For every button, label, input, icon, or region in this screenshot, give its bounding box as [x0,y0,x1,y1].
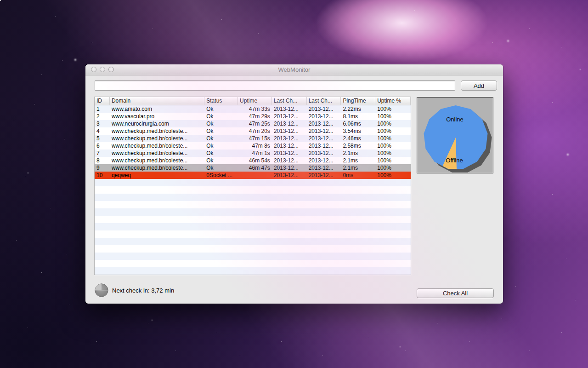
table-cell-last_check: 2013-12... [272,142,307,150]
minimize-button[interactable] [100,67,105,72]
table-cell-id: 3 [95,120,110,127]
table-cell-id [95,201,110,208]
table-cell-id: 4 [95,127,110,135]
bright-stars [0,0,1,1]
table-cell-id: 9 [95,164,110,172]
table-cell-ping: 6.06ms [341,120,375,127]
table-cell-status [204,179,238,186]
table-row[interactable] [95,194,411,201]
table-cell-domain: www.checkup.med.br/coleste... [110,164,204,172]
table-row[interactable] [95,201,411,208]
table-row[interactable] [95,267,411,275]
table-cell-uptime: 47m 20s [238,127,272,135]
stars [0,0,0,0]
column-header-uptime_pct[interactable]: Uptime % [375,97,411,105]
table-cell-domain [110,194,204,201]
table-cell-last_change [307,179,341,186]
table-cell-ping [341,208,375,216]
url-input[interactable] [95,80,455,91]
uptime-pie-chart: Online Offline [417,98,493,173]
table-row[interactable] [95,238,411,245]
table-cell-uptime_pct [375,223,411,230]
table-row[interactable]: 6www.checkup.med.br/coleste...Ok47m 8s20… [95,142,411,150]
table-row[interactable] [95,223,411,230]
table-cell-uptime: 46m 54s [238,157,272,164]
pie-slice-offline[interactable] [443,138,457,169]
table-cell-ping [341,245,375,253]
table-cell-last_check [272,208,307,216]
table-row[interactable]: 4www.checkup.med.br/coleste...Ok47m 20s2… [95,127,411,135]
table-cell-uptime [238,208,272,216]
table-row[interactable] [95,216,411,223]
table-cell-id [95,216,110,223]
column-header-domain[interactable]: Domain [110,97,204,105]
table-cell-last_check [272,260,307,267]
table-cell-status [204,245,238,253]
column-header-last_check[interactable]: Last Ch... [272,97,307,105]
table-cell-last_change [307,216,341,223]
table-row[interactable] [95,186,411,194]
table-row[interactable]: 2www.vascular.proOk47m 29s2013-12...2013… [95,113,411,120]
pie-slice-online[interactable] [424,105,488,169]
table-cell-id [95,260,110,267]
table-cell-uptime [238,267,272,275]
table-cell-ping [341,230,375,238]
table-cell-uptime_pct: 100% [375,142,411,150]
table-cell-ping [341,238,375,245]
table-cell-last_change [307,267,341,275]
table-cell-uptime_pct: 100% [375,127,411,135]
table-cell-last_change [307,230,341,238]
table-cell-status: Ok [204,113,238,120]
pie-label-online: Online [446,116,464,123]
zoom-button[interactable] [108,67,114,72]
window-titlebar[interactable]: WebMonitor [85,64,503,75]
check-all-button[interactable]: Check All [417,288,494,298]
table-row[interactable]: 8www.checkup.med.br/coleste...Ok46m 54s2… [95,157,411,164]
table-cell-last_change [307,245,341,253]
webmonitor-window: WebMonitor Add IDDomainStatusUptimeLast … [85,64,503,304]
table-row[interactable]: 10qeqweq0Socket ...2013-12...2013-12...0… [95,172,411,179]
table-cell-id [95,238,110,245]
add-button[interactable]: Add [461,80,497,91]
table-row[interactable] [95,260,411,267]
table-cell-uptime [238,172,272,179]
table-cell-domain [110,216,204,223]
table-cell-status: Ok [204,150,238,157]
table-row[interactable]: 1www.amato.comOk47m 33s2013-12...2013-12… [95,105,411,113]
table-cell-id [95,223,110,230]
table-cell-ping [341,253,375,260]
table-row[interactable]: 3www.neurocirurgia.comOk47m 25s2013-12..… [95,120,411,127]
table-cell-last_change [307,253,341,260]
table-row[interactable] [95,230,411,238]
table-cell-domain [110,267,204,275]
table-cell-uptime [238,238,272,245]
table-cell-status [204,216,238,223]
column-header-id[interactable]: ID [95,97,110,105]
table-cell-uptime [238,245,272,253]
table-cell-uptime_pct [375,179,411,186]
table-row[interactable]: 9www.checkup.med.br/coleste...Ok46m 47s2… [95,164,411,172]
column-header-uptime[interactable]: Uptime [238,97,272,105]
table-row[interactable] [95,208,411,216]
close-button[interactable] [91,67,96,72]
table-cell-last_change [307,186,341,194]
table-cell-domain [110,179,204,186]
column-header-ping[interactable]: PingTime [341,97,375,105]
table-cell-last_check [272,267,307,275]
table-cell-id: 10 [95,172,110,179]
table-cell-domain: www.checkup.med.br/coleste... [110,127,204,135]
table-cell-uptime_pct: 100% [375,150,411,157]
table-row[interactable]: 7www.checkup.med.br/coleste...Ok47m 1s20… [95,150,411,157]
table-row[interactable] [95,245,411,253]
column-header-last_change[interactable]: Last Ch... [307,97,341,105]
table-cell-uptime [238,186,272,194]
table-row[interactable]: 5www.checkup.med.br/coleste...Ok47m 15s2… [95,135,411,142]
column-header-status[interactable]: Status [204,97,238,105]
table-cell-last_check: 2013-12... [272,157,307,164]
table-row[interactable] [95,179,411,186]
table-cell-id [95,208,110,216]
table-row[interactable] [95,253,411,260]
table-cell-uptime_pct: 100% [375,120,411,127]
table-cell-last_check [272,179,307,186]
table-cell-last_change [307,208,341,216]
